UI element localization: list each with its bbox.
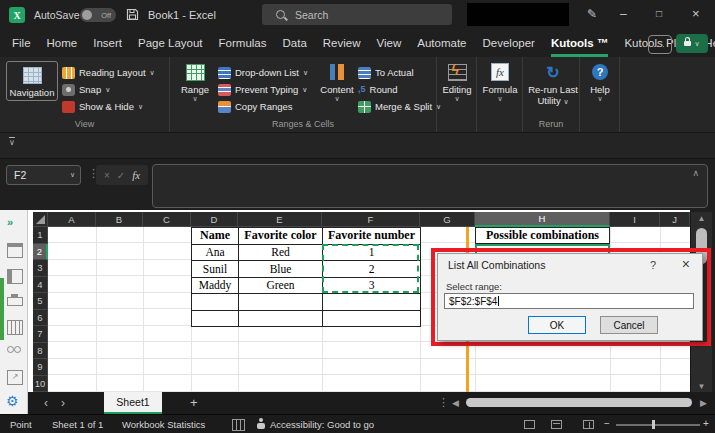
tab-file[interactable]: File (12, 30, 31, 57)
confirm-entry-icon[interactable]: ✓ (117, 170, 125, 181)
row-header-10[interactable]: 10 (33, 376, 48, 393)
scroll-down-icon[interactable]: ▼ (691, 382, 712, 391)
cell-d6[interactable] (192, 311, 239, 328)
tab-page-layout[interactable]: Page Layout (138, 30, 203, 57)
row-header-7[interactable]: 7 (33, 326, 48, 343)
cell-e5[interactable] (239, 294, 323, 311)
collapse-pane-icon[interactable]: ∨ (9, 138, 15, 147)
cell-d4[interactable]: Maddy (192, 278, 239, 295)
scroll-up-icon[interactable]: ▲ (691, 214, 712, 223)
cell-e1[interactable]: Favorite color (239, 228, 323, 245)
add-sheet-button[interactable]: + (190, 395, 198, 410)
tab-automate[interactable]: Automate (417, 30, 466, 57)
minimize-button[interactable]: – (620, 7, 627, 21)
page-break-view-icon[interactable] (583, 420, 594, 429)
snap-button[interactable]: Snap ∨ (62, 82, 110, 97)
content-button[interactable]: Content ∨ (314, 62, 360, 103)
zoom-slider-thumb[interactable] (652, 420, 655, 429)
search-input[interactable]: Search (262, 4, 452, 25)
pen-icon[interactable]: ✎ (587, 7, 597, 21)
help-button[interactable]: ? Help ∨ (577, 62, 623, 103)
maximize-button[interactable]: □ (656, 8, 662, 19)
tab-review[interactable]: Review (323, 30, 361, 57)
column-header-c[interactable]: C (143, 212, 191, 227)
workbook-statistics-button[interactable]: Workbook Statistics (122, 419, 205, 430)
column-header-a[interactable]: A (48, 212, 96, 227)
range-input[interactable]: $F$2:$F$4 (444, 293, 694, 309)
column-header-j[interactable]: J (660, 212, 690, 227)
tab-developer[interactable]: Developer (482, 30, 534, 57)
reading-layout-button[interactable]: Reading Layout ∨ (62, 65, 155, 80)
collapse-formula-bar-icon[interactable]: ∧ (692, 168, 699, 178)
statistics-icon[interactable] (232, 419, 245, 431)
horizontal-scroll-thumb[interactable] (466, 398, 692, 407)
share-button[interactable]: ∨ (676, 34, 708, 53)
show-hide-button[interactable]: Show & Hide ∨ (62, 99, 143, 114)
autosave-toggle[interactable]: Off (80, 8, 116, 22)
cell-d1[interactable]: Name (192, 228, 239, 245)
close-button[interactable]: × (692, 6, 700, 21)
accessibility-status[interactable]: Accessibility: Good to go (270, 419, 374, 430)
column-header-b[interactable]: B (96, 212, 143, 227)
normal-view-icon[interactable] (524, 420, 535, 429)
next-sheet-icon[interactable]: › (61, 396, 65, 410)
zoom-slider-track[interactable] (616, 424, 700, 426)
prevent-typing-button[interactable]: Prevent Typing ∨ (218, 82, 307, 97)
round-button[interactable]: ,5 Round (358, 82, 398, 97)
sheet-tab-sheet1[interactable]: Sheet1 (104, 392, 162, 414)
workbook-pane-icon[interactable] (7, 243, 23, 258)
copy-ranges-button[interactable]: Copy Ranges (218, 99, 293, 114)
row-header-3[interactable]: 3 (33, 260, 48, 277)
dialog-help-icon[interactable]: ? (650, 259, 656, 271)
comments-button[interactable] (648, 35, 672, 54)
cell-f1[interactable]: Favorite number (323, 228, 421, 245)
navigation-button[interactable]: Navigation (6, 61, 58, 101)
cell-f5[interactable] (323, 294, 421, 311)
tab-insert[interactable]: Insert (93, 30, 122, 57)
row-header-2[interactable]: 2 (33, 244, 48, 261)
cell-e3[interactable]: Blue (239, 261, 323, 278)
external-link-icon[interactable]: ↗ (7, 370, 23, 385)
cell-d2[interactable]: Ana (192, 245, 239, 262)
tab-view[interactable]: View (377, 30, 402, 57)
tab-kutools[interactable]: Kutools ™ (551, 30, 609, 57)
range-button[interactable]: Range ∨ (172, 62, 218, 103)
row-header-6[interactable]: 6 (33, 310, 48, 327)
column-header-d[interactable]: D (191, 212, 238, 227)
rerun-last-utility-button[interactable]: ↻ Re-run Last Utility ∨ (528, 62, 578, 107)
column-header-g[interactable]: G (420, 212, 475, 227)
gear-icon[interactable]: ⚙ (6, 393, 19, 409)
cell-e4[interactable]: Green (239, 278, 323, 295)
cell-f6[interactable] (323, 311, 421, 328)
zoom-in-button[interactable]: + (703, 418, 709, 429)
row-header-9[interactable]: 9 (33, 359, 48, 376)
row-header-4[interactable]: 4 (33, 277, 48, 294)
expand-pane-icon[interactable]: » (7, 216, 13, 228)
cell-d3[interactable]: Sunil (192, 261, 239, 278)
tab-formulas[interactable]: Formulas (219, 30, 267, 57)
cell-d5[interactable] (192, 294, 239, 311)
tab-data[interactable]: Data (283, 30, 307, 57)
column-header-h[interactable]: H (475, 212, 610, 227)
column-header-f[interactable]: F (322, 212, 420, 227)
resource-pane-icon[interactable] (7, 269, 23, 284)
cell-h1-output-header[interactable]: Possible combinations (475, 227, 610, 244)
cell-e6[interactable] (239, 311, 323, 328)
merge-split-button[interactable]: Merge & Split ∨ (358, 99, 441, 114)
row-header-8[interactable]: 8 (33, 343, 48, 360)
cancel-entry-icon[interactable]: × (104, 170, 110, 181)
column-list-icon[interactable] (7, 320, 23, 335)
cell-e2[interactable]: Red (239, 245, 323, 262)
row-header-5[interactable]: 5 (33, 293, 48, 310)
printer-icon[interactable] (7, 297, 23, 306)
name-box[interactable]: F2 ∨ (6, 165, 81, 185)
account-name-redacted[interactable] (467, 3, 569, 26)
tab-home[interactable]: Home (47, 30, 78, 57)
splitter-handle-icon[interactable]: ⋮ (438, 396, 449, 409)
find-binoculars-icon[interactable] (7, 344, 21, 357)
dialog-close-icon[interactable]: × (682, 256, 690, 272)
editing-button[interactable]: Editing ∨ (434, 62, 480, 103)
column-header-e[interactable]: E (238, 212, 322, 227)
formula-button[interactable]: fx Formula ∨ (477, 62, 523, 103)
scroll-right-icon[interactable]: ▶ (700, 398, 707, 408)
